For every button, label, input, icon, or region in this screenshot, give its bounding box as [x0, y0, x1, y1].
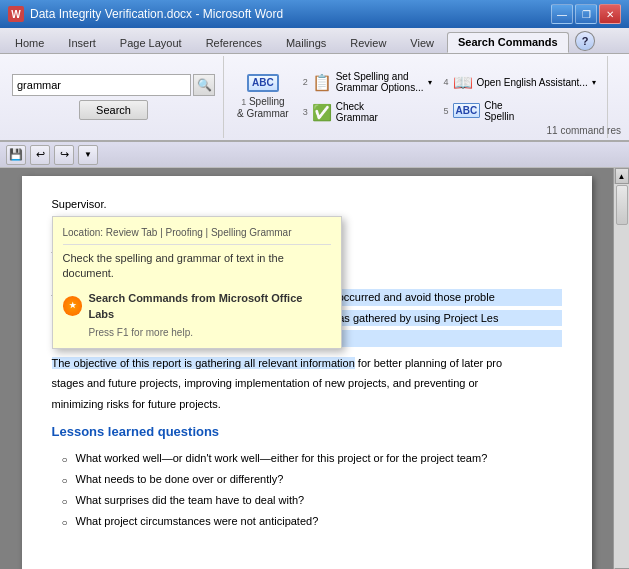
set-spelling-label: Set Spelling andGrammar Options... — [336, 71, 424, 93]
doc-objective-2: stages and future projects, improving im… — [52, 375, 562, 392]
restore-button[interactable]: ❐ — [575, 4, 597, 24]
list-text-4: What project circumstances were not anti… — [76, 513, 319, 530]
english-assistant-icon: 📖 — [453, 73, 473, 92]
ms-labs-logo: ★ — [63, 296, 83, 316]
list-item-1: What worked well—or didn't work well—eit… — [62, 448, 562, 469]
check-spelling-label: CheSpellin — [484, 100, 514, 122]
ribbon-small-buttons: 2 📋 Set Spelling andGrammar Options... ▾… — [298, 58, 437, 136]
scroll-thumb[interactable] — [616, 185, 628, 225]
list-text-1: What worked well—or didn't work well—eit… — [76, 450, 488, 467]
list-item-4: What project circumstances were not anti… — [62, 511, 562, 532]
tab-home[interactable]: Home — [4, 33, 55, 53]
minimize-button[interactable]: — — [551, 4, 573, 24]
tooltip-popup: Location: Review Tab | Proofing | Spelli… — [52, 216, 342, 349]
search-submit-button[interactable]: Search — [79, 100, 148, 120]
check-spelling-button[interactable]: 5 ABC CheSpellin — [439, 97, 601, 125]
search-input-row: 🔍 — [12, 74, 215, 96]
help-button[interactable]: ? — [575, 31, 596, 51]
open-english-button[interactable]: 4 📖 Open English Assistant... ▾ — [439, 70, 601, 95]
spelling-grammar-button[interactable]: ABC 1 Spelling& Grammar — [230, 58, 296, 136]
list-item-3: What surprises did the team have to deal… — [62, 490, 562, 511]
doc-objective-3: minimizing risks for future projects. — [52, 396, 562, 413]
list-text-2: What needs to be done over or differentl… — [76, 471, 284, 488]
check-grammar-button[interactable]: 3 ✅ CheckGrammar — [298, 98, 437, 126]
tooltip-hint: Press F1 for more help. — [89, 325, 331, 340]
check-grammar-label: CheckGrammar — [336, 101, 378, 123]
title-bar: W Data Integrity Verification.docx - Mic… — [0, 0, 629, 28]
search-icon-button[interactable]: 🔍 — [193, 74, 215, 96]
save-qa-button[interactable]: 💾 — [6, 145, 26, 165]
tab-search-commands[interactable]: Search Commands — [447, 32, 569, 53]
dropdown-arrow-2-icon: ▾ — [592, 78, 596, 87]
ribbon-tabs: Home Insert Page Layout References Maili… — [0, 28, 629, 54]
tab-page-layout[interactable]: Page Layout — [109, 33, 193, 53]
customize-qa-button[interactable]: ▼ — [78, 145, 98, 165]
undo-qa-button[interactable]: ↩ — [30, 145, 50, 165]
window-controls: — ❐ ✕ — [551, 4, 621, 24]
dropdown-arrow-icon: ▾ — [428, 78, 432, 87]
quick-access-toolbar: 💾 ↩ ↪ ▼ — [0, 142, 629, 168]
tab-references[interactable]: References — [195, 33, 273, 53]
tab-view[interactable]: View — [399, 33, 445, 53]
tooltip-body: Check the spelling and grammar of text i… — [63, 251, 331, 282]
ribbon-content: 🔍 Search ABC 1 Spelling& Grammar 2 📋 Set… — [0, 54, 629, 142]
doc-list: What worked well—or didn't work well—eit… — [52, 448, 562, 532]
open-english-label: Open English Assistant... — [477, 77, 588, 88]
title-bar-left: W Data Integrity Verification.docx - Mic… — [8, 6, 283, 22]
spelling-grammar-label: 1 Spelling& Grammar — [237, 96, 289, 120]
tab-review[interactable]: Review — [339, 33, 397, 53]
search-input[interactable] — [12, 74, 191, 96]
search-panel: 🔍 Search — [4, 56, 224, 138]
vertical-scrollbar[interactable]: ▲ ▼ — [613, 168, 629, 569]
close-button[interactable]: ✕ — [599, 4, 621, 24]
set-spelling-button[interactable]: 2 📋 Set Spelling andGrammar Options... ▾ — [298, 68, 437, 96]
scroll-track[interactable] — [614, 184, 629, 568]
list-text-3: What surprises did the team have to deal… — [76, 492, 305, 509]
supervisor-text: Supervisor. — [52, 196, 562, 213]
tab-mailings[interactable]: Mailings — [275, 33, 337, 53]
window-title: Data Integrity Verification.docx - Micro… — [30, 7, 283, 21]
spelling-options-icon: 📋 — [312, 73, 332, 92]
document-scroll-area[interactable]: Supervisor. Lessons learned purposo Thro… — [0, 168, 613, 569]
scroll-up-button[interactable]: ▲ — [615, 168, 629, 184]
document-page: Supervisor. Lessons learned purposo Thro… — [22, 176, 592, 569]
check-grammar-icon: ✅ — [312, 103, 332, 122]
results-count: 11 command res — [547, 125, 621, 136]
tooltip-search-row: ★ Search Commands from Microsoft Office … — [63, 290, 331, 323]
document-wrapper: Supervisor. Lessons learned purposo Thro… — [0, 168, 629, 569]
word-icon: W — [8, 6, 24, 22]
section-heading-2: Lessons learned questions — [52, 422, 562, 442]
list-item-2: What needs to be done over or differentl… — [62, 469, 562, 490]
tooltip-search-label: Search Commands from Microsoft Office La… — [88, 290, 330, 323]
doc-objective-1: The objective of this report is gatherin… — [52, 355, 562, 372]
tooltip-header: Location: Review Tab | Proofing | Spelli… — [63, 225, 331, 245]
redo-qa-button[interactable]: ↪ — [54, 145, 74, 165]
tab-insert[interactable]: Insert — [57, 33, 107, 53]
